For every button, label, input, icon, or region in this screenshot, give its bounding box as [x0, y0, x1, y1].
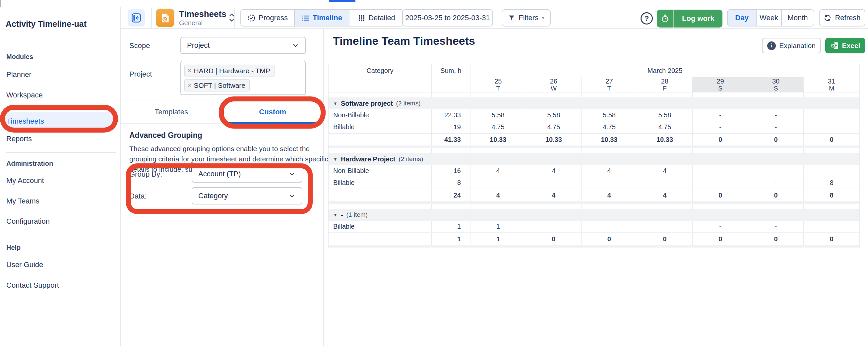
sidebar-item-contact-support[interactable]: Contact Support: [6, 281, 59, 290]
tab-timeline[interactable]: Timeline: [294, 10, 349, 26]
project-multiselect[interactable]: ✕ HARD | Hardware - TMP ✕ SOFT | Softwar…: [180, 61, 306, 95]
help-button[interactable]: ?: [641, 12, 653, 25]
refresh-button[interactable]: Refresh: [819, 9, 865, 27]
sidebar-item-my-teams[interactable]: My Teams: [6, 197, 39, 206]
spacer-cell: [637, 92, 693, 97]
module-selector-chevrons-icon[interactable]: [227, 11, 236, 24]
total-day-value: 0: [804, 133, 859, 146]
day-value: 4: [582, 165, 637, 177]
sidebar-divider: [6, 152, 116, 153]
day-value: -: [748, 121, 804, 133]
spacer-cell: [804, 92, 859, 97]
day-value: 5.58: [582, 109, 637, 121]
row-category: [329, 233, 432, 245]
refresh-label: Refresh: [835, 13, 860, 22]
timeline-icon: [301, 14, 310, 22]
day-number: 29: [716, 78, 724, 85]
chevron-down-icon: ▾: [542, 15, 545, 21]
scope-value: Project: [187, 41, 210, 50]
filters-label: Filters: [519, 13, 538, 22]
sidebar-item-timesheets[interactable]: Timesheets: [3, 112, 115, 130]
day-value: 4.75: [582, 121, 637, 133]
day-value: 4.75: [637, 121, 693, 133]
row-sum: 19: [432, 121, 470, 133]
project-tag-label: HARD | Hardware - TMP: [194, 67, 270, 75]
spacer-cell: [582, 92, 637, 97]
data-select[interactable]: Category: [192, 187, 302, 205]
sidebar-item-planner[interactable]: Planner: [6, 70, 31, 79]
group-header-3[interactable]: ▼-(1 item): [329, 209, 859, 221]
spacer-cell: [582, 204, 637, 209]
group-separator: [329, 146, 859, 148]
group-item-count: (2 items): [396, 100, 421, 107]
row-category: [329, 204, 432, 209]
explanation-button[interactable]: i Explanation: [762, 38, 821, 53]
view-tabs: Progress Timeline Detailed: [240, 9, 404, 27]
collapse-triangle-icon[interactable]: ▼: [333, 157, 338, 162]
row-category: [329, 148, 432, 153]
question-mark-icon: ?: [645, 14, 649, 23]
excel-export-button[interactable]: Excel: [825, 38, 865, 53]
day-value: 4.75: [526, 121, 582, 133]
sidebar-item-my-account[interactable]: My Account: [6, 176, 44, 185]
day-value: 4: [526, 165, 582, 177]
sidebar-item-configuration[interactable]: Configuration: [6, 217, 50, 226]
total-day-value: 1: [470, 233, 526, 245]
period-week-label: Week: [760, 13, 778, 22]
tab-custom[interactable]: Custom: [222, 100, 323, 123]
period-month[interactable]: Month: [781, 10, 814, 26]
day-of-week: M: [829, 85, 834, 92]
total-day-value: 4: [470, 189, 526, 201]
log-work-button[interactable]: Log work: [657, 10, 722, 28]
day-value: [582, 177, 637, 189]
total-day-value: 0: [692, 189, 748, 201]
row-sum: 1: [432, 221, 470, 232]
group-header-2[interactable]: ▼Hardware Project(2 items): [329, 153, 859, 165]
excel-label: Excel: [842, 42, 860, 50]
period-day[interactable]: Day: [728, 10, 756, 26]
sidebar-item-user-guide[interactable]: User Guide: [6, 260, 43, 269]
day-value: -: [748, 165, 804, 177]
row-category: Billable: [329, 221, 432, 232]
group-separator: [329, 201, 859, 204]
tab-templates[interactable]: Templates: [121, 100, 222, 123]
collapse-triangle-icon[interactable]: ▼: [333, 213, 338, 217]
sidebar: Activity Timeline-uat Modules Planner Wo…: [0, 7, 121, 346]
tab-progress[interactable]: Progress: [241, 10, 294, 26]
total-day-value: 10.33: [637, 133, 693, 146]
date-range-picker[interactable]: 2025-03-25 to 2025-03-31: [402, 9, 493, 27]
day-value: [804, 221, 859, 232]
day-value: [804, 109, 859, 121]
module-selector-title[interactable]: Timesheets: [179, 9, 226, 19]
day-value: [470, 177, 526, 189]
group-total-row: 11000000: [329, 233, 859, 245]
day-value: [582, 221, 637, 232]
collapse-triangle-icon[interactable]: ▼: [333, 101, 338, 106]
description-line: grouping criteria for your timesheet and…: [129, 154, 328, 164]
period-week[interactable]: Week: [756, 10, 781, 26]
scope-select[interactable]: Project: [180, 37, 306, 54]
row-category: [329, 92, 432, 97]
row-sum: 22.33: [432, 109, 470, 121]
filters-button[interactable]: Filters ▾: [502, 9, 551, 27]
group-header-1[interactable]: ▼Software project(2 items): [329, 97, 859, 109]
spacer-cell: [526, 148, 582, 153]
spacer-cell: [804, 148, 859, 153]
remove-tag-icon[interactable]: ✕: [187, 82, 192, 89]
panel-tabs: Templates Custom: [121, 100, 323, 124]
stopwatch-icon[interactable]: [657, 10, 674, 28]
day-header-26: 26W: [526, 77, 582, 92]
collapse-panel-button[interactable]: [128, 9, 145, 27]
remove-tag-icon[interactable]: ✕: [187, 68, 192, 74]
day-value: -: [692, 221, 748, 232]
group-by-select[interactable]: Account (TP): [192, 165, 302, 183]
sidebar-item-workspace[interactable]: Workspace: [6, 91, 43, 99]
period-day-label: Day: [735, 13, 748, 22]
filter-funnel-icon: [508, 14, 515, 22]
sidebar-item-reports[interactable]: Reports: [6, 134, 32, 143]
total-day-value: 0: [748, 189, 804, 201]
data-value: Category: [198, 192, 228, 200]
day-number: 27: [606, 78, 613, 85]
day-of-week: W: [551, 85, 557, 92]
tab-detailed[interactable]: Detailed: [349, 10, 403, 26]
